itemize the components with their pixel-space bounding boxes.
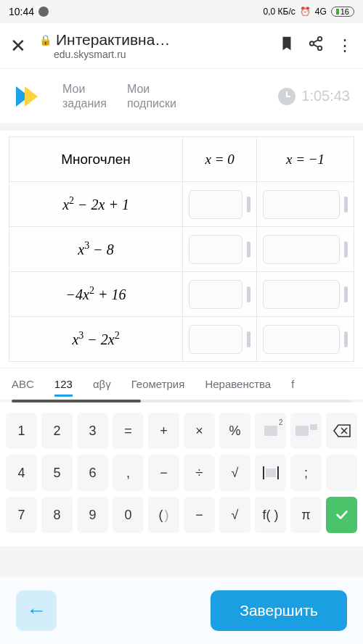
back-button[interactable]: ←	[16, 590, 57, 631]
keyboard-tabs: ABC 123 αβγ Геометрия Неравенства f	[0, 368, 363, 400]
finish-button[interactable]: Завершить	[211, 590, 347, 631]
answer-input[interactable]	[189, 325, 250, 354]
drag-handle-icon[interactable]	[247, 197, 250, 212]
hdr-x-0: x = 0	[183, 137, 257, 182]
key-percent[interactable]: %	[219, 413, 250, 449]
nav-my-tasks[interactable]: Мои задания	[62, 82, 107, 111]
key-6[interactable]: 6	[77, 455, 108, 491]
key-7[interactable]: 7	[6, 497, 37, 533]
key-sqrt[interactable]: √	[219, 455, 250, 491]
key-3[interactable]: 3	[77, 413, 108, 449]
drag-handle-icon[interactable]	[344, 197, 348, 212]
table-row: −4x2 + 16	[9, 272, 354, 317]
task-table-wrap: Многочлен x = 0 x = −1 x2 − 2x + 1 x3 − …	[0, 131, 363, 368]
answer-input[interactable]	[263, 325, 348, 354]
poly-cell: x2 − 2x + 1	[9, 182, 183, 227]
drag-handle-icon[interactable]	[247, 242, 250, 257]
key-plus[interactable]: +	[148, 413, 179, 449]
drag-handle-icon[interactable]	[247, 286, 250, 302]
nav-my-subs[interactable]: Мои подписки	[127, 82, 176, 111]
key-abs[interactable]	[255, 455, 286, 491]
key-semicolon[interactable]: ;	[290, 455, 322, 491]
task-table: Многочлен x = 0 x = −1 x2 − 2x + 1 x3 − …	[9, 136, 354, 362]
arrow-left-icon: ←	[26, 599, 46, 622]
tab-inequalities[interactable]: Неравенства	[205, 378, 271, 390]
check-icon	[334, 507, 350, 523]
table-row: x3 − 8	[9, 227, 354, 272]
key-1[interactable]: 1	[6, 413, 37, 449]
key-square[interactable]	[255, 413, 286, 449]
dnd-icon	[38, 7, 49, 17]
drag-handle-icon[interactable]	[344, 331, 348, 347]
timer-value: 1:05:43	[301, 88, 350, 104]
signal-4g-icon: 4G	[315, 7, 327, 17]
key-confirm[interactable]	[326, 497, 357, 533]
footer-bar: ← Завершить	[0, 577, 363, 644]
answer-input[interactable]	[189, 280, 250, 309]
key-divide[interactable]: ÷	[184, 455, 215, 491]
svg-marker-6	[25, 86, 38, 107]
tab-geometry[interactable]: Геометрия	[131, 378, 185, 390]
key-minus2[interactable]: −	[184, 497, 215, 533]
tab-greek[interactable]: αβγ	[93, 378, 111, 390]
hdr-polynomial: Многочлен	[9, 137, 183, 182]
answer-input[interactable]	[189, 235, 250, 264]
key-multiply[interactable]: ×	[184, 413, 215, 449]
key-power-box[interactable]	[290, 413, 322, 449]
abs-icon	[263, 466, 279, 479]
answer-input[interactable]	[263, 235, 348, 264]
answer-input[interactable]	[189, 190, 250, 219]
url-block[interactable]: 🔒 Интерактивна… edu.skysmart.ru	[39, 31, 266, 60]
key-blank-1[interactable]	[326, 455, 357, 491]
key-comma[interactable]: ,	[113, 455, 144, 491]
lock-icon: 🔒	[39, 34, 52, 46]
key-9[interactable]: 9	[77, 497, 108, 533]
answer-input[interactable]	[263, 280, 348, 309]
alarm-icon: ⏰	[300, 7, 311, 17]
key-backspace[interactable]	[326, 413, 357, 449]
drag-handle-icon[interactable]	[344, 286, 348, 302]
battery-indicator: 16	[331, 7, 354, 17]
key-5[interactable]: 5	[41, 455, 73, 491]
key-minus[interactable]: −	[148, 455, 179, 491]
svg-point-1	[310, 41, 314, 46]
bookmark-icon[interactable]	[279, 36, 295, 56]
svg-line-4	[314, 44, 318, 47]
status-right: 0,0 КБ/с ⏰ 4G 16	[264, 7, 354, 17]
key-4[interactable]: 4	[6, 455, 37, 491]
backspace-icon	[333, 424, 351, 438]
net-speed: 0,0 КБ/с	[264, 7, 295, 17]
app-nav-bar: Мои задания Мои подписки 1:05:43	[0, 68, 363, 123]
drag-handle-icon[interactable]	[344, 242, 348, 257]
tab-scroll-indicator	[12, 400, 351, 402]
android-status-bar: 10:44 0,0 КБ/с ⏰ 4G 16	[0, 0, 363, 23]
key-2[interactable]: 2	[41, 413, 73, 449]
drag-handle-icon[interactable]	[247, 331, 250, 347]
app-logo-icon[interactable]	[13, 82, 42, 111]
answer-input[interactable]	[263, 190, 348, 219]
share-icon[interactable]	[308, 36, 324, 56]
key-parens[interactable]: ()	[148, 497, 179, 533]
clock-icon	[278, 88, 295, 105]
menu-dots-icon[interactable]: ⋮	[337, 36, 353, 55]
tab-functions[interactable]: f	[291, 378, 294, 390]
status-time: 10:44	[9, 6, 34, 17]
key-8[interactable]: 8	[41, 497, 73, 533]
key-equals[interactable]: =	[113, 413, 144, 449]
key-sqrt2[interactable]: √	[219, 497, 250, 533]
key-pi[interactable]: π	[290, 497, 322, 533]
poly-cell: x3 − 8	[9, 227, 183, 272]
key-fn[interactable]: f( )	[255, 497, 286, 533]
status-left: 10:44	[9, 6, 264, 17]
square-icon	[264, 426, 277, 436]
tab-123[interactable]: 123	[54, 378, 73, 397]
page-url: edu.skysmart.ru	[54, 49, 266, 60]
timer: 1:05:43	[278, 88, 350, 105]
svg-point-0	[318, 37, 322, 41]
math-keyboard: 1 2 3 = + × % 4 5 6 , − ÷ √ ; 7 8 9 0 ()	[0, 402, 363, 546]
svg-point-2	[318, 46, 322, 50]
tab-abc[interactable]: ABC	[12, 378, 34, 390]
poly-cell: −4x2 + 16	[9, 272, 183, 317]
key-0[interactable]: 0	[113, 497, 144, 533]
close-icon[interactable]: ✕	[10, 35, 26, 57]
